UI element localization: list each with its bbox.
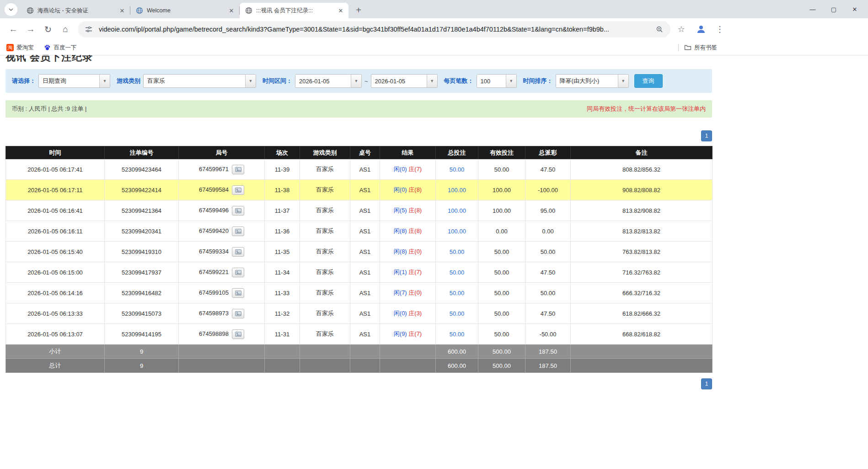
window-minimize-button[interactable]: —: [802, 0, 823, 18]
round-video-button[interactable]: [232, 268, 244, 277]
date-to-select[interactable]: ▼: [371, 74, 438, 88]
home-button[interactable]: ⌂: [58, 22, 73, 37]
query-type-input[interactable]: [39, 75, 99, 87]
dropdown-arrow-icon[interactable]: ▼: [506, 75, 516, 87]
all-bookmarks-button[interactable]: 所有书签: [684, 44, 717, 52]
page-size-select[interactable]: ▼: [477, 74, 517, 88]
bookmark-baidu[interactable]: 百度一下: [44, 44, 77, 52]
column-header: 桌号: [350, 146, 380, 159]
table-row: 2026-01-05 06:13:33523099415073674598973…: [6, 303, 713, 324]
column-header: 场次: [265, 146, 300, 159]
total-bet-link[interactable]: 100.00: [448, 187, 466, 194]
round-number: 674599105: [199, 289, 229, 296]
window-controls: — ▢ ✕: [802, 0, 865, 18]
game-type-select[interactable]: ▼: [143, 74, 256, 88]
cell-valid-bet: 50.00: [478, 262, 525, 283]
reload-button[interactable]: ↻: [40, 22, 56, 37]
query-type-select[interactable]: ▼: [38, 74, 110, 88]
round-number: 674599584: [199, 186, 229, 193]
total-bet-link[interactable]: 50.00: [450, 310, 465, 317]
profile-avatar[interactable]: [694, 22, 708, 36]
page-size-input[interactable]: [477, 75, 506, 87]
tab-welcome[interactable]: Welcome ✕: [130, 3, 239, 18]
filter-bar: 请选择： ▼ 游戏类别 ▼ 时间区间： ▼ ~ ▼ 每页笔数： ▼ 时间排序： …: [5, 69, 712, 93]
tab-close-icon[interactable]: ✕: [337, 6, 345, 15]
cell-time: 2026-01-05 06:16:41: [6, 200, 105, 221]
search-button[interactable]: 查询: [634, 74, 663, 88]
total-row-cell: 187.50: [525, 359, 571, 373]
table-row: 2026-01-05 06:17:41523099423464674599671…: [6, 159, 713, 180]
tab-close-icon[interactable]: ✕: [227, 6, 236, 15]
round-video-button[interactable]: [232, 165, 244, 174]
cell-bet-id: 523099417937: [105, 262, 179, 283]
cell-bet-id: 523099421364: [105, 200, 179, 221]
round-video-button[interactable]: [232, 226, 244, 236]
subtotal-row-cell: [571, 345, 713, 359]
forward-button[interactable]: →: [23, 22, 38, 37]
tab-search-button[interactable]: [5, 3, 17, 16]
date-from-input[interactable]: [295, 75, 351, 87]
total-bet-link[interactable]: 50.00: [450, 331, 465, 338]
back-button[interactable]: ←: [5, 22, 21, 37]
cell-result: 闲(9) 庄(7): [380, 324, 436, 345]
cell-time: 2026-01-05 06:15:40: [6, 242, 105, 262]
page-size-label: 每页笔数：: [444, 77, 474, 85]
round-video-button[interactable]: [232, 288, 244, 298]
tab-haiyan-forum[interactable]: 海燕论坛 - 安全验证 ✕: [21, 3, 130, 18]
window-close-button[interactable]: ✕: [844, 0, 865, 18]
cell-round: 674599334: [179, 242, 265, 262]
new-tab-button[interactable]: +: [352, 4, 365, 16]
tab-close-icon[interactable]: ✕: [118, 6, 126, 15]
address-bar[interactable]: videoie.com/ipl/portal.php/game/betrecor…: [78, 21, 670, 38]
round-video-button[interactable]: [232, 185, 244, 195]
zoom-indicator-icon[interactable]: [654, 24, 665, 35]
dropdown-arrow-icon[interactable]: ▼: [245, 75, 256, 87]
browser-menu-icon[interactable]: ⋮: [714, 24, 725, 34]
globe-favicon: [245, 7, 252, 14]
cell-result: 闲(1) 庄(7): [380, 262, 436, 283]
cell-game-type: 百家乐: [300, 180, 350, 200]
total-bet-link[interactable]: 100.00: [448, 207, 466, 214]
page-number-button[interactable]: 1: [701, 378, 712, 389]
window-maximize-button[interactable]: ▢: [823, 0, 844, 18]
cell-table-no: AS1: [350, 283, 380, 303]
round-video-button[interactable]: [232, 247, 244, 257]
subtotal-row-cell: [179, 345, 265, 359]
date-from-select[interactable]: ▼: [295, 74, 362, 88]
column-header: 时间: [6, 146, 105, 159]
round-video-button[interactable]: [232, 309, 244, 318]
chevron-down-icon: [8, 7, 14, 12]
page-number-button[interactable]: 1: [701, 130, 712, 141]
total-bet-link[interactable]: 50.00: [450, 290, 465, 296]
total-bet-link[interactable]: 50.00: [450, 248, 465, 255]
total-bet-link[interactable]: 100.00: [448, 228, 466, 235]
bookmark-label: 百度一下: [54, 44, 77, 52]
date-range-label: 时间区间：: [263, 77, 292, 85]
game-type-input[interactable]: [144, 75, 245, 87]
dropdown-arrow-icon[interactable]: ▼: [99, 75, 110, 87]
total-bet-link[interactable]: 50.00: [450, 166, 465, 173]
total-row-cell: [380, 359, 436, 373]
cell-total-bet: 100.00: [436, 221, 478, 242]
bookmark-aitaobao[interactable]: 淘 爱淘宝: [6, 44, 34, 52]
column-header: 总投注: [436, 146, 478, 159]
sort-input[interactable]: [556, 75, 618, 87]
sort-select[interactable]: ▼: [556, 74, 629, 88]
pagination-top: 1: [5, 130, 712, 141]
cell-table-no: AS1: [350, 242, 380, 262]
cell-payout: 50.00: [525, 242, 571, 262]
dropdown-arrow-icon[interactable]: ▼: [427, 75, 437, 87]
site-info-icon[interactable]: [83, 24, 94, 35]
cell-total-bet: 100.00: [436, 180, 478, 200]
dropdown-arrow-icon[interactable]: ▼: [618, 75, 628, 87]
cell-valid-bet: 50.00: [478, 303, 525, 324]
round-video-button[interactable]: [232, 329, 244, 339]
total-bet-link[interactable]: 50.00: [450, 269, 465, 276]
tab-bet-record-active[interactable]: :::视讯 会员下注纪录::: ✕: [240, 3, 348, 18]
cell-valid-bet: 50.00: [478, 159, 525, 180]
bookmark-star-icon[interactable]: ☆: [678, 24, 685, 34]
date-to-input[interactable]: [371, 75, 427, 87]
subtotal-row-cell: [380, 345, 436, 359]
dropdown-arrow-icon[interactable]: ▼: [351, 75, 361, 87]
round-video-button[interactable]: [232, 206, 244, 216]
